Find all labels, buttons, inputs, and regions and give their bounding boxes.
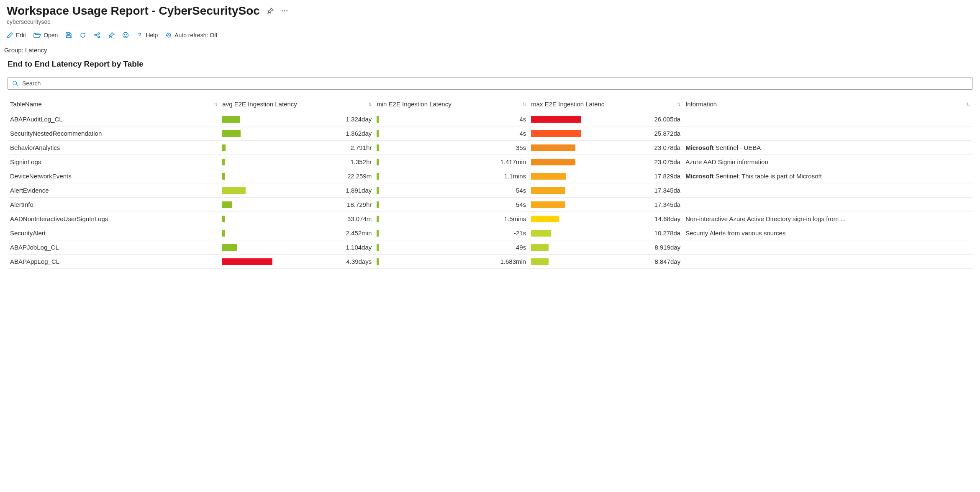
report-title: End to End Latency Report by Table bbox=[0, 55, 980, 77]
bar-value: 1.683min bbox=[499, 258, 526, 265]
more-icon[interactable] bbox=[281, 7, 288, 15]
bar-value: 1.1mins bbox=[503, 173, 526, 180]
bar-value: 1.104day bbox=[344, 244, 372, 251]
cell-avg: 2.452min bbox=[220, 226, 374, 240]
cell-info: Microsoft Sentinel: This table is part o… bbox=[683, 169, 972, 183]
table-row[interactable]: SecurityNestedRecommendation1.362day4s25… bbox=[8, 126, 972, 141]
bar-value: 17.345da bbox=[653, 201, 681, 208]
bar-value: -21s bbox=[512, 229, 526, 237]
edit-button[interactable]: Edit bbox=[7, 32, 26, 39]
sort-icon: ↑↓ bbox=[368, 100, 371, 107]
col-info[interactable]: Information↑↓ bbox=[683, 97, 972, 112]
col-min[interactable]: min E2E Ingestion Latency↑↓ bbox=[374, 97, 528, 112]
svg-point-6 bbox=[123, 33, 128, 38]
cell-avg: 1.104day bbox=[220, 240, 374, 255]
cell-min: 4s bbox=[374, 112, 528, 126]
cell-tablename: AlertInfo bbox=[8, 198, 220, 212]
cell-avg: 33.074m bbox=[220, 212, 374, 226]
bar bbox=[377, 159, 379, 165]
feedback-button[interactable] bbox=[122, 32, 129, 39]
pin-button[interactable] bbox=[108, 32, 115, 39]
history-icon bbox=[165, 32, 172, 39]
search-box[interactable] bbox=[8, 77, 972, 90]
cell-min: 54s bbox=[374, 198, 528, 212]
bar bbox=[222, 216, 225, 222]
bar bbox=[222, 258, 272, 265]
search-input[interactable] bbox=[21, 80, 968, 87]
bar bbox=[531, 201, 565, 208]
bar-value: 23.078da bbox=[653, 144, 681, 151]
bar-value: 54s bbox=[514, 187, 526, 194]
bar-value: 25.872da bbox=[653, 130, 681, 137]
bar-value: 22.259m bbox=[346, 173, 372, 180]
table-row[interactable]: AADNonInteractiveUserSignInLogs33.074m1.… bbox=[8, 212, 972, 226]
bar bbox=[377, 116, 379, 123]
cell-info bbox=[683, 112, 972, 126]
bar bbox=[222, 116, 240, 123]
cell-info: Security Alerts from various sources bbox=[683, 226, 972, 240]
pin-icon[interactable] bbox=[267, 7, 274, 15]
cell-avg: 1.324day bbox=[220, 112, 374, 126]
bar bbox=[377, 244, 379, 251]
bar bbox=[377, 216, 379, 222]
help-button[interactable]: Help bbox=[136, 32, 158, 39]
autorefresh-button[interactable]: Auto refresh: Off bbox=[165, 32, 217, 39]
cell-max: 23.075da bbox=[528, 155, 683, 169]
cell-min: 1.683min bbox=[374, 255, 528, 269]
col-avg[interactable]: avg E2E Ingestion Latency↑↓ bbox=[220, 97, 374, 112]
cell-info: Azure AAD Signin information bbox=[683, 155, 972, 169]
bar bbox=[222, 230, 225, 237]
table-row[interactable]: SigninLogs1.352hr1.417min23.075daAzure A… bbox=[8, 155, 972, 169]
save-button[interactable] bbox=[65, 32, 72, 39]
cell-avg: 1.891day bbox=[220, 183, 374, 198]
refresh-button[interactable] bbox=[80, 32, 86, 39]
svg-point-7 bbox=[124, 34, 125, 35]
bar-value: 8.919day bbox=[653, 244, 680, 251]
cell-avg: 1.352hr bbox=[220, 155, 374, 169]
sort-icon: ↑↓ bbox=[966, 100, 969, 107]
table-row[interactable]: AlertEvidence1.891day54s17.345da bbox=[8, 183, 972, 198]
table-row[interactable]: ABAPAppLog_CL4.39days1.683min8.847day bbox=[8, 255, 972, 269]
sort-icon: ↑↓ bbox=[213, 100, 216, 107]
svg-point-5 bbox=[98, 36, 100, 38]
bar bbox=[222, 201, 232, 208]
bar-value: 4.39days bbox=[344, 258, 372, 265]
table-row[interactable]: AlertInfo18.729hr54s17.345da bbox=[8, 198, 972, 212]
cell-avg: 1.362day bbox=[220, 126, 374, 141]
bar-value: 26.005da bbox=[653, 116, 681, 123]
table-row[interactable]: SecurityAlert2.452min-21s10.278daSecurit… bbox=[8, 226, 972, 240]
cell-tablename: SecurityAlert bbox=[8, 226, 220, 240]
col-tablename[interactable]: TableName↑↓ bbox=[8, 97, 220, 112]
share-button[interactable] bbox=[94, 32, 100, 39]
bar-value: 1.891day bbox=[344, 187, 372, 194]
cell-max: 17.345da bbox=[528, 198, 683, 212]
bar-value: 1.362day bbox=[344, 130, 372, 137]
cell-tablename: DeviceNetworkEvents bbox=[8, 169, 220, 183]
bar-value: 8.847day bbox=[653, 258, 680, 265]
open-button[interactable]: Open bbox=[33, 32, 58, 39]
save-icon bbox=[65, 32, 72, 39]
svg-point-1 bbox=[284, 10, 285, 12]
cell-max: 26.005da bbox=[528, 112, 683, 126]
cell-tablename: AlertEvidence bbox=[8, 183, 220, 198]
bar bbox=[377, 187, 379, 194]
cell-avg: 2.791hr bbox=[220, 141, 374, 155]
table-row[interactable]: BehaviorAnalytics2.791hr35s23.078daMicro… bbox=[8, 141, 972, 155]
table-row[interactable]: ABAPAuditLog_CL1.324day4s26.005da bbox=[8, 112, 972, 126]
table-row[interactable]: ABAPJobLog_CL1.104day49s8.919day bbox=[8, 240, 972, 255]
cell-min: 4s bbox=[374, 126, 528, 141]
cell-min: 1.1mins bbox=[374, 169, 528, 183]
cell-max: 25.872da bbox=[528, 126, 683, 141]
bar-value: 54s bbox=[514, 201, 526, 208]
col-max[interactable]: max E2E Ingestion Latenc↑↓ bbox=[528, 97, 683, 112]
help-icon bbox=[136, 32, 143, 39]
cell-min: 1.417min bbox=[374, 155, 528, 169]
bar bbox=[531, 230, 551, 237]
pin-icon bbox=[108, 32, 115, 39]
cell-max: 23.078da bbox=[528, 141, 683, 155]
toolbar: Edit Open bbox=[0, 27, 980, 43]
help-label: Help bbox=[146, 32, 158, 39]
group-label: Group: Latency bbox=[0, 43, 980, 55]
open-label: Open bbox=[44, 32, 58, 39]
table-row[interactable]: DeviceNetworkEvents22.259m1.1mins17.829d… bbox=[8, 169, 972, 183]
